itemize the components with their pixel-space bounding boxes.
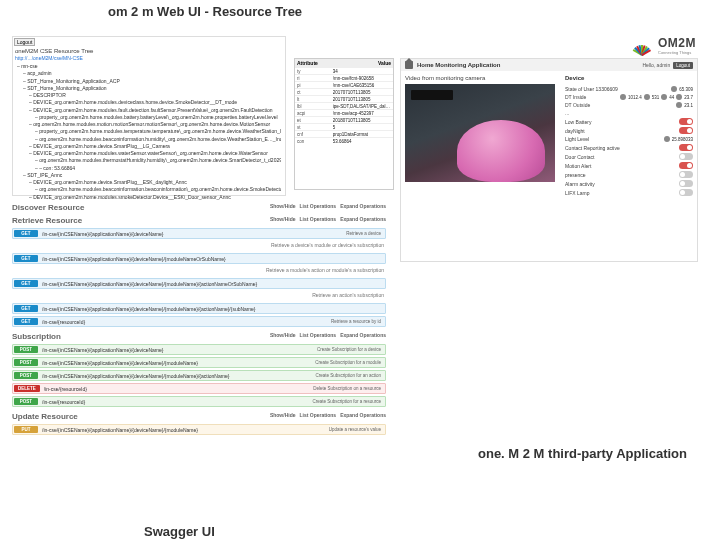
video-column: Video from monitoring camera D* Camera	[405, 75, 555, 197]
swagger-toolbar-link[interactable]: List Operations	[299, 412, 336, 418]
attr-key: acpi	[297, 111, 333, 116]
tree-node[interactable]: – DEVICE_org.onem2m.home.modules.fault.d…	[17, 107, 281, 114]
swagger-operation[interactable]: POST/in-cse/{resourceId}Create Subscript…	[12, 396, 386, 407]
home-titlebar: Home Monitoring Application Hello, admin…	[401, 59, 697, 71]
swagger-toolbar-link[interactable]: Show/Hide	[270, 332, 296, 338]
device-name: Contact Reporting active	[565, 145, 677, 151]
toggle-switch[interactable]	[679, 153, 693, 160]
attr-row: lblipe-SDT,DAL/SAT/IPE_dal…	[295, 102, 393, 109]
device-row: Motion Alert	[565, 161, 693, 170]
attr-val: 34	[333, 69, 391, 74]
logout-button[interactable]: Logout	[14, 38, 35, 46]
metric-icon	[620, 94, 626, 100]
device-row: Door Contact	[565, 152, 693, 161]
logo-icon	[628, 32, 654, 58]
swagger-toolbar-link[interactable]: List Operations	[299, 216, 336, 222]
device-row: presence	[565, 170, 693, 179]
swagger-section-title[interactable]: Update ResourceShow/HideList OperationsE…	[12, 409, 386, 422]
attr-key: lbl	[297, 104, 333, 109]
video-title: Video from monitoring camera	[405, 75, 555, 81]
tree-node[interactable]: – org.onem2m.home.modules.thermostatHumi…	[17, 157, 281, 164]
toggle-switch[interactable]	[679, 118, 693, 125]
endpoint-desc: Update a resource's value	[326, 427, 384, 432]
tree-node[interactable]: – SDT_Home_Monitoring_Application	[17, 85, 281, 92]
swagger-toolbar-link[interactable]: Show/Hide	[270, 412, 296, 418]
swagger-toolbar-link[interactable]: List Operations	[299, 332, 336, 338]
tree-node[interactable]: – DEVICE_org.onem2m.home.modules.waterSe…	[17, 150, 281, 157]
tree-node[interactable]: – DEVICE_org.onem2m.home.modules.devicec…	[17, 99, 281, 106]
video-feed[interactable]: D* Camera	[405, 84, 555, 182]
swagger-toolbar-link[interactable]: Expand Operations	[340, 412, 386, 418]
swagger-section-title[interactable]: SubscriptionShow/HideList OperationsExpa…	[12, 329, 386, 342]
endpoint-path: /in-cse/{inCSEName}/{applicationName}/{d…	[42, 281, 378, 287]
attr-key: ri	[297, 76, 333, 81]
device-name: LIFX Lamp	[565, 190, 677, 196]
metric-value: 23.1	[684, 103, 693, 108]
toggle-switch[interactable]	[679, 180, 693, 187]
tree-node[interactable]: – org.onem2m.home.modules.beaconinformat…	[17, 136, 281, 143]
attributes-panel: Attribute Value ty34ri/mn-cse/fcnt-90265…	[294, 58, 394, 190]
attr-col-name: Attribute	[297, 60, 378, 66]
toggle-switch[interactable]	[679, 144, 693, 151]
attr-val: ipe-SDT,DAL/SAT/IPE_dal…	[333, 104, 391, 109]
attr-val: 20180710T113805	[333, 118, 391, 123]
swagger-operation[interactable]: GET/in-cse/{resourceId}Retrieve a resour…	[12, 316, 386, 327]
tree-node[interactable]: – DEVICE_org.onem2m.home.device.SmartPlu…	[17, 143, 281, 150]
swagger-operation[interactable]: PUT/in-cse/{inCSEName}/{applicationName}…	[12, 424, 386, 435]
metric-icon	[664, 136, 670, 142]
toggle-switch[interactable]	[679, 127, 693, 134]
attr-val: 53.66864	[333, 139, 391, 144]
swagger-section-title[interactable]: Discover ResourceShow/HideList Operation…	[12, 200, 386, 213]
swagger-toolbar-link[interactable]: List Operations	[299, 203, 336, 209]
tree-node[interactable]: – DESCRIPTOR	[17, 92, 281, 99]
device-row: DT Outside23.1	[565, 101, 693, 109]
tree-node[interactable]: – mn-cse	[17, 63, 281, 70]
swagger-toolbar-link[interactable]: Expand Operations	[340, 332, 386, 338]
device-name: Door Contact	[565, 154, 677, 160]
swagger-toolbar-link[interactable]: Show/Hide	[270, 203, 296, 209]
tree-node[interactable]: – SDT_Home_Monitoring_Application_ACP	[17, 78, 281, 85]
attributes-header: Attribute Value	[295, 59, 393, 67]
toggle-switch[interactable]	[679, 171, 693, 178]
attr-row: acpi/mn-cse/acp-452397	[295, 109, 393, 116]
swagger-operation[interactable]: POST/in-cse/{inCSEName}/{applicationName…	[12, 344, 386, 355]
endpoint-desc: Delete Subscription on a resource	[310, 386, 384, 391]
swagger-operation[interactable]: GET/in-cse/{inCSEName}/{applicationName}…	[12, 228, 386, 239]
tree-node[interactable]: – – con: 53.66864	[17, 165, 281, 172]
device-name: DT Inside	[565, 94, 618, 100]
logo-text: OM2M	[658, 36, 696, 50]
metric-value: 44	[669, 95, 674, 100]
tree-node[interactable]: – acp_admin	[17, 70, 281, 77]
metric-icon	[671, 86, 677, 92]
home-logout-button[interactable]: Logout	[673, 62, 693, 69]
endpoint-desc: Create Subscription for an action	[312, 373, 384, 378]
swagger-section-title[interactable]: Retrieve ResourceShow/HideList Operation…	[12, 213, 386, 226]
tree-node[interactable]: – org.onem2m.home.modules.motion.motionS…	[17, 121, 281, 128]
device-row: Contact Reporting active	[565, 143, 693, 152]
endpoint-path: /in-cse/{inCSEName}/{applicationName}/{d…	[42, 360, 312, 366]
swagger-operation[interactable]: GET/in-cse/{inCSEName}/{applicationName}…	[12, 253, 386, 264]
swagger-toolbar-link[interactable]: Expand Operations	[340, 203, 386, 209]
swagger-operation[interactable]: GET/in-cse/{inCSEName}/{applicationName}…	[12, 303, 386, 314]
tree-node[interactable]: – DEVICE_org.onem2m.home.device.SmartPlu…	[17, 179, 281, 186]
endpoint-path: /in-cse/{inCSEName}/{applicationName}/{d…	[42, 373, 312, 379]
swagger-toolbar-link[interactable]: Expand Operations	[340, 216, 386, 222]
tree-node[interactable]: – property_org.onem2m.home.modules.batte…	[17, 114, 281, 121]
attr-val: 20170710T113805	[333, 97, 391, 102]
toggle-switch[interactable]	[679, 162, 693, 169]
swagger-operation[interactable]: POST/in-cse/{inCSEName}/{applicationName…	[12, 357, 386, 368]
endpoint-path: /in-cse/{resourceId}	[42, 399, 309, 405]
tree-node[interactable]: – org.onem2m.home.modules.beaconinformat…	[17, 186, 281, 193]
attr-key: et	[297, 118, 333, 123]
attr-val: /mn-cse/acp-452397	[333, 111, 391, 116]
attr-row: cnfprop1DataFormat	[295, 130, 393, 137]
swagger-operation[interactable]: DELETE/in-cse/{resourceId}Delete Subscri…	[12, 383, 386, 394]
swagger-operation[interactable]: POST/in-cse/{inCSEName}/{applicationName…	[12, 370, 386, 381]
swagger-operation[interactable]: GET/in-cse/{inCSEName}/{applicationName}…	[12, 278, 386, 289]
swagger-toolbar-link[interactable]: Show/Hide	[270, 216, 296, 222]
tree-node[interactable]: – SDT_IPE_Annc	[17, 172, 281, 179]
tree-node[interactable]: – property_org.onem2m.home.modules.tempe…	[17, 128, 281, 135]
device-name: DT Outside	[565, 102, 674, 108]
logo-subtitle: Connecting Things	[658, 50, 696, 55]
toggle-switch[interactable]	[679, 189, 693, 196]
